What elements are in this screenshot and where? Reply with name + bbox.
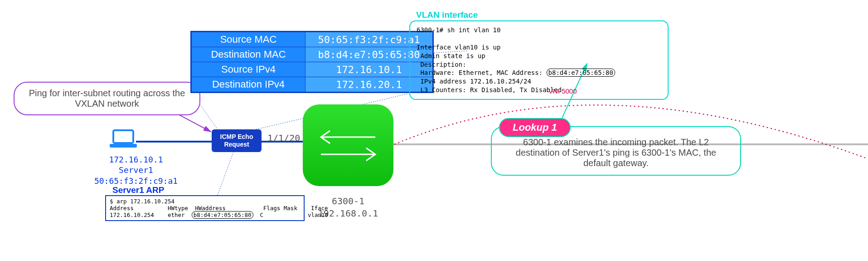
pkt-k2: Source IPv4 [191, 62, 305, 77]
switch-name: 6300-1 [332, 196, 364, 207]
icmp-echo-request: ICMP Echo Request [212, 129, 262, 152]
vlan-l1: 6300-1# sh int vlan 10 [417, 26, 500, 34]
laptop-ip: 172.16.10.1 [109, 155, 163, 164]
vlan-l7: L3 Counters: Rx Disabled, Tx Disabled [417, 86, 562, 94]
svg-rect-8 [113, 130, 133, 143]
pkt-k0: Source MAC [191, 32, 305, 47]
vlan-l6: IPv4 address 172.16.10.254/24 [417, 78, 531, 85]
lookup-badge: Lookup 1 [499, 118, 571, 137]
pkt-k3: Destination IPv4 [191, 77, 305, 93]
svg-rect-9 [110, 144, 137, 148]
vlan-title: VLAN interface [416, 10, 478, 20]
vlan-l5p: Hardware: Ethernet, MAC Address: [417, 69, 547, 76]
arp-output: $ arp 172.16.10.254 Address HWtype HWadd… [105, 195, 305, 221]
port-label: 1/1/20 [267, 133, 300, 143]
vlan-l3: Admin state is up [417, 52, 485, 59]
laptop-icon [109, 129, 138, 149]
arp-cmd: $ arp 172.16.10.254 [110, 198, 175, 205]
vlan-l2: Interface vlan10 is up [417, 44, 500, 51]
arp-title: Server1 ARP [112, 185, 164, 195]
svg-line-6 [218, 152, 233, 195]
packet-header-table: Source MAC50:65:f3:2f:c9:a1 Destination … [190, 31, 434, 93]
laptop-label: 172.16.10.1 Server1 50:65:f3:2f:c9:a1 [91, 154, 181, 186]
vlan-output: 6300-1# sh int vlan 10 Interface vlan10 … [409, 20, 669, 100]
laptop-mac: 50:65:f3:2f:c9:a1 [94, 176, 178, 186]
arp-row-pre: 172.16.10.254 ether [110, 212, 192, 218]
vni-label: VNI 5000 [548, 87, 577, 95]
arp-row-mac: b8:d4:e7:05:65:80 [192, 211, 253, 219]
vlan-l5-mac: b8:d4:e7:05:65:80 [547, 69, 615, 77]
pkt-k1: Destination MAC [191, 47, 305, 62]
arp-hdr: Address HWtype HWaddress Flags Mask Ifac… [110, 205, 328, 212]
arp-row-post: C vlan10 [253, 212, 329, 218]
ping-annotation: Ping for inter-subnet routing across the… [14, 82, 200, 115]
laptop-name: Server1 [119, 165, 153, 175]
switch-icon [303, 104, 393, 186]
vlan-l4: Description: [417, 61, 466, 68]
